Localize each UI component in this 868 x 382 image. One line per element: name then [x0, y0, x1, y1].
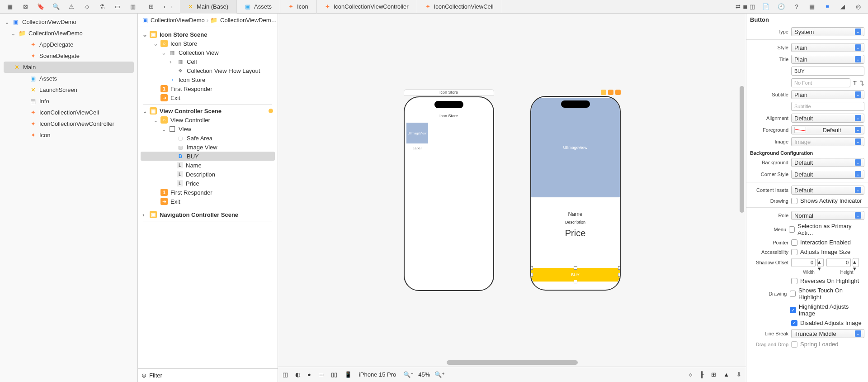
alignment-select[interactable]: Default⌄ [791, 114, 864, 123]
device-label[interactable]: iPhone 15 Pro [359, 371, 396, 378]
shadow-height-input[interactable]: ▴▾ [826, 258, 859, 267]
nav-item-iconcollectionviewcontroller[interactable]: ✦IconCollectionViewController [0, 118, 137, 129]
outline-item-price[interactable]: LPrice [141, 179, 275, 188]
selection-handles[interactable] [530, 266, 621, 283]
zoom-level[interactable]: 45% [418, 371, 430, 378]
outline-item-view[interactable]: ⌄View [141, 124, 275, 134]
dark-icon[interactable]: ● [307, 371, 311, 378]
outline-item-collection-view[interactable]: ⌄▦Collection View [141, 48, 275, 57]
font-picker-icon[interactable]: T [853, 80, 857, 86]
list-icon[interactable]: ≣ [741, 3, 749, 10]
outline-scene-header[interactable]: ⌄▣View Controller Scene [141, 106, 275, 115]
search-icon[interactable]: 🔍 [52, 3, 60, 10]
content-insets-select[interactable]: Default⌄ [791, 186, 864, 195]
outline-scene-header[interactable]: ›▣Navigation Controller Scene [141, 210, 275, 219]
outline-item-view-controller[interactable]: ⌄○View Controller [141, 115, 275, 124]
chevron-down-icon[interactable]: ⌄ [142, 31, 147, 38]
role-select[interactable]: Normal⌄ [791, 211, 864, 220]
font-input[interactable]: No Font [791, 78, 850, 87]
subtitle-mode-select[interactable]: Plain⌄ [791, 90, 864, 99]
tab-assets[interactable]: ▣ Assets [237, 0, 280, 14]
warnings-icon[interactable]: ⚠ [68, 3, 75, 10]
pointer-checkbox[interactable] [791, 239, 797, 246]
outline-item-safe-area[interactable]: ▢Safe Area [141, 134, 275, 143]
outline-item-icon-store[interactable]: ‹Icon Store [141, 75, 275, 84]
name-label[interactable]: Name [531, 211, 620, 217]
scene-icon-store[interactable]: Icon Store Icon Store UIImageView Label [404, 89, 494, 291]
nav-group[interactable]: ⌄ 📁 CollectionViewDemo [0, 28, 137, 39]
menu-checkbox[interactable] [789, 226, 795, 233]
background-select[interactable]: Default⌄ [791, 158, 864, 167]
connections-inspector-icon[interactable]: ◎ [854, 3, 862, 10]
canvas-scroll[interactable]: Icon Store Icon Store UIImageView Label [278, 14, 746, 367]
chevron-down-icon[interactable]: ⌄ [5, 19, 9, 25]
nav-item-scenedelegate[interactable]: ✦SceneDelegate [0, 50, 137, 62]
title-input[interactable]: BUY [791, 67, 864, 76]
highlighted-adjusts-checkbox[interactable]: ✓ [790, 307, 796, 313]
scene-title-bar[interactable]: Icon Store [404, 89, 494, 96]
outline-item-exit[interactable]: ➜Exit [141, 197, 275, 206]
pin-icon[interactable]: ╟ [700, 371, 704, 378]
identity-inspector-icon[interactable]: ▤ [808, 3, 816, 10]
align-icon[interactable]: ⟐ [689, 371, 693, 378]
scene-view-controller[interactable]: UIImageView Name Description Price BUY [530, 90, 621, 291]
chevron-down-icon[interactable]: ⌄ [11, 30, 16, 37]
nav-item-assets[interactable]: ▣Assets [0, 73, 137, 84]
subtitle-input[interactable]: Subtitle [791, 102, 864, 111]
layout-icon[interactable]: ▯▯ [331, 371, 337, 378]
reverses-highlight-checkbox[interactable] [791, 278, 797, 284]
outline-item-collection-view-flow-layout[interactable]: ❖Collection View Flow Layout [141, 66, 275, 75]
activity-indicator-checkbox[interactable] [791, 198, 797, 204]
stepper-icon[interactable]: ▴▾ [817, 258, 824, 267]
horizontal-scrollbar[interactable] [447, 360, 578, 365]
device-preview-right[interactable]: UIImageView Name Description Price BUY [530, 96, 621, 291]
image-select[interactable]: Image⌄ [791, 137, 864, 146]
bookmark-icon[interactable]: 🔖 [37, 3, 44, 10]
nav-item-iconcollectionviewcell[interactable]: ✦IconCollectionViewCell [0, 107, 137, 118]
scene-control-pills[interactable] [601, 90, 621, 95]
tab-iconcollectionviewcell[interactable]: ✦ IconCollectionViewCell [417, 0, 502, 14]
style-select[interactable]: Plain⌄ [791, 43, 864, 52]
switch-icon[interactable]: ⇄ [734, 3, 741, 10]
tab-split-icon[interactable]: ⊞ [147, 3, 155, 10]
nav-item-icon[interactable]: ✦Icon [0, 129, 137, 141]
device-preview-left[interactable]: Icon Store UIImageView Label [404, 96, 494, 291]
disclosure-icon[interactable]: ⌄ [153, 117, 158, 124]
stepper-icon[interactable]: ▴▾ [853, 258, 859, 267]
exit-pill-icon[interactable] [615, 90, 621, 95]
appearance-icon[interactable]: ◐ [295, 371, 300, 378]
imageview-placeholder[interactable]: UIImageView [531, 98, 620, 197]
outline-item-first-responder[interactable]: 1First Responder [141, 188, 275, 197]
history-inspector-icon[interactable]: 🕘 [778, 3, 785, 10]
firstresponder-pill-icon[interactable] [608, 90, 613, 95]
resolve-icon[interactable]: ⊞ [711, 371, 716, 378]
file-inspector-icon[interactable]: 📄 [762, 3, 769, 10]
split-editor-icon[interactable]: ◫ [749, 3, 756, 10]
disabled-adjusts-checkbox[interactable]: ✓ [791, 320, 797, 326]
description-label[interactable]: Description [531, 220, 620, 224]
type-select[interactable]: System⌄ [791, 27, 864, 36]
vertical-scrollbar[interactable] [740, 86, 744, 213]
chevron-right-icon[interactable]: › [142, 211, 147, 218]
attributes-inspector-icon[interactable]: ≡ [824, 3, 831, 10]
test-icon[interactable]: ⚗ [99, 3, 106, 10]
tab-main-base[interactable]: ✕ Main (Base) [180, 0, 237, 14]
download-icon[interactable]: ⇩ [736, 371, 741, 378]
collection-cell-preview[interactable]: UIImageView Label [406, 123, 428, 150]
price-label[interactable]: Price [531, 228, 620, 239]
panel-icon[interactable]: ◫ [283, 371, 288, 378]
outline-item-icon-store[interactable]: ⌄○Icon Store [141, 39, 275, 48]
editor-path-bar[interactable]: ▣CollectionViewDemo › 📁CollectionViewDem… [138, 14, 278, 27]
shadow-width-input[interactable]: ▴▾ [791, 258, 824, 267]
nav-item-launchscreen[interactable]: ✕LaunchScreen [0, 84, 137, 96]
nav-project-root[interactable]: ⌄ ▣ CollectionViewDemo [0, 16, 137, 28]
nav-back-icon[interactable]: ‹ [161, 3, 168, 10]
disclosure-icon[interactable]: ⌄ [161, 126, 166, 133]
title-mode-select[interactable]: Plain⌄ [791, 55, 864, 64]
spring-loaded-checkbox[interactable] [791, 341, 797, 348]
nav-item-appdelegate[interactable]: ✦AppDelegate [0, 39, 137, 50]
crumb-label[interactable]: CollectionViewDemo [151, 17, 205, 24]
outline-item-buy[interactable]: BBUY [141, 152, 275, 161]
nav-item-info[interactable]: ▤Info [0, 96, 137, 107]
viewcontroller-pill-icon[interactable] [601, 90, 606, 95]
